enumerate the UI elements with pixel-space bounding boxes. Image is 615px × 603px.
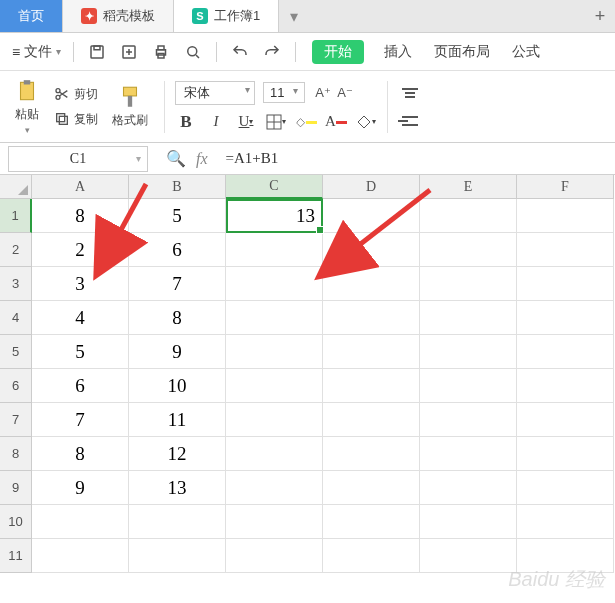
tab-home[interactable]: 首页 (0, 0, 63, 32)
redo-button[interactable] (257, 39, 287, 65)
format-painter-button[interactable]: 格式刷 (106, 80, 154, 133)
decrease-font-button[interactable]: A⁻ (335, 83, 355, 103)
row-header[interactable]: 11 (0, 539, 32, 573)
cut-button[interactable]: 剪切 (50, 84, 102, 105)
cell[interactable]: 12 (129, 437, 226, 471)
underline-button[interactable]: U▾ (235, 111, 257, 133)
cell[interactable]: 8 (32, 437, 129, 471)
cell[interactable] (517, 437, 614, 471)
column-header[interactable]: A (32, 175, 129, 199)
cell[interactable] (32, 539, 129, 573)
menu-start[interactable]: 开始 (312, 40, 364, 64)
cell[interactable] (323, 199, 420, 233)
cell[interactable] (517, 199, 614, 233)
save-as-button[interactable] (114, 39, 144, 65)
row-header[interactable]: 10 (0, 505, 32, 539)
fill-color-button[interactable] (295, 111, 317, 133)
row-header[interactable]: 2 (0, 233, 32, 267)
print-preview-button[interactable] (178, 39, 208, 65)
cell[interactable] (129, 539, 226, 573)
column-header[interactable]: E (420, 175, 517, 199)
cell[interactable]: 7 (129, 267, 226, 301)
cell[interactable] (420, 199, 517, 233)
cell[interactable]: 9 (129, 335, 226, 369)
row-header[interactable]: 3 (0, 267, 32, 301)
cell[interactable] (517, 267, 614, 301)
row-header[interactable]: 7 (0, 403, 32, 437)
column-header[interactable]: B (129, 175, 226, 199)
border-button[interactable]: ▾ (265, 111, 287, 133)
cell[interactable] (420, 539, 517, 573)
cell[interactable] (517, 369, 614, 403)
row-header[interactable]: 6 (0, 369, 32, 403)
cell[interactable] (517, 301, 614, 335)
cell[interactable] (226, 335, 323, 369)
effects-button[interactable]: ▾ (355, 111, 377, 133)
cell[interactable] (323, 471, 420, 505)
cell[interactable] (323, 539, 420, 573)
bold-button[interactable]: B (175, 111, 197, 133)
file-menu[interactable]: ≡ 文件 ▾ (8, 39, 65, 65)
menu-insert[interactable]: 插入 (374, 39, 422, 65)
cell[interactable]: 11 (129, 403, 226, 437)
row-header[interactable]: 9 (0, 471, 32, 505)
align-left-button[interactable] (398, 110, 422, 132)
font-name-select[interactable]: 宋体 (175, 81, 255, 105)
cell[interactable] (420, 233, 517, 267)
cell[interactable]: 9 (32, 471, 129, 505)
cell[interactable] (517, 471, 614, 505)
cell[interactable] (226, 233, 323, 267)
cell[interactable] (226, 505, 323, 539)
paste-button[interactable]: 粘贴 ▾ (8, 74, 46, 139)
cell[interactable] (226, 403, 323, 437)
cell[interactable] (517, 403, 614, 437)
row-header[interactable]: 8 (0, 437, 32, 471)
cell[interactable] (420, 471, 517, 505)
cell[interactable]: 8 (129, 301, 226, 335)
cell[interactable] (226, 539, 323, 573)
cell[interactable] (517, 233, 614, 267)
cell[interactable]: 13 (226, 199, 323, 233)
cell[interactable] (323, 267, 420, 301)
column-header[interactable]: C (226, 175, 323, 199)
cell[interactable]: 4 (32, 301, 129, 335)
cell[interactable] (323, 233, 420, 267)
cell[interactable] (226, 267, 323, 301)
cell[interactable]: 6 (32, 369, 129, 403)
zoom-icon[interactable]: 🔍 (166, 149, 186, 168)
font-size-select[interactable]: 11▾ (263, 82, 305, 103)
cell[interactable] (517, 335, 614, 369)
name-box[interactable]: C1 (8, 146, 148, 172)
column-header[interactable]: D (323, 175, 420, 199)
cell[interactable] (226, 301, 323, 335)
cell[interactable] (420, 301, 517, 335)
cell[interactable] (420, 369, 517, 403)
cell[interactable] (420, 505, 517, 539)
align-top-button[interactable] (398, 82, 422, 104)
save-button[interactable] (82, 39, 112, 65)
row-header[interactable]: 5 (0, 335, 32, 369)
print-button[interactable] (146, 39, 176, 65)
cell[interactable]: 8 (32, 199, 129, 233)
italic-button[interactable]: I (205, 111, 227, 133)
select-all-corner[interactable] (0, 175, 32, 199)
cell[interactable] (226, 369, 323, 403)
cell[interactable]: 10 (129, 369, 226, 403)
cell[interactable] (420, 267, 517, 301)
formula-input[interactable] (218, 146, 615, 172)
cell[interactable]: 3 (32, 267, 129, 301)
cell[interactable] (323, 369, 420, 403)
copy-button[interactable]: 复制 (50, 109, 102, 130)
row-header[interactable]: 4 (0, 301, 32, 335)
cell[interactable] (323, 437, 420, 471)
cell[interactable] (323, 403, 420, 437)
cell[interactable]: 5 (32, 335, 129, 369)
cell[interactable] (517, 505, 614, 539)
font-color-button[interactable]: A (325, 111, 347, 133)
tab-workbook[interactable]: S 工作簿1 (174, 0, 279, 32)
cell[interactable] (420, 403, 517, 437)
cell[interactable] (226, 437, 323, 471)
cell[interactable] (420, 335, 517, 369)
cell[interactable]: 2 (32, 233, 129, 267)
cell[interactable]: 13 (129, 471, 226, 505)
